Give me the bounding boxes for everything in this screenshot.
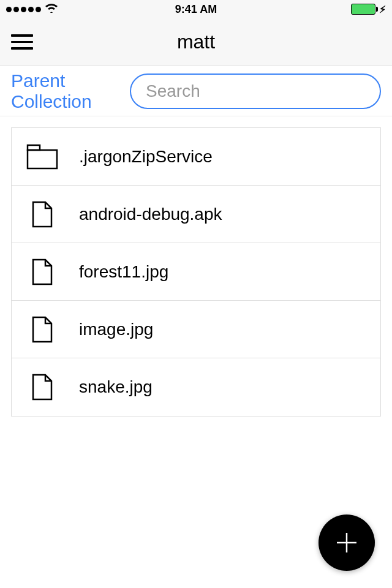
list-item-label: snake.jpg [79, 377, 153, 397]
battery-icon [351, 4, 375, 15]
search-input[interactable] [130, 74, 381, 109]
list-item-label: forest11.jpg [79, 262, 168, 282]
folder-icon [26, 141, 58, 173]
file-icon [26, 314, 58, 345]
status-bar: 9:41 AM ⚡︎ [0, 0, 392, 18]
file-list: .jargonZipServiceandroid-debug.apkforest… [11, 127, 381, 417]
file-icon [26, 256, 58, 288]
wifi-icon [45, 3, 58, 16]
list-item[interactable]: snake.jpg [12, 358, 380, 416]
svg-rect-1 [28, 145, 40, 150]
list-item[interactable]: .jargonZipService [12, 128, 380, 186]
list-item[interactable]: forest11.jpg [12, 243, 380, 301]
action-row: Parent Collection [0, 66, 392, 116]
page-title: matt [11, 31, 381, 53]
file-icon [26, 371, 58, 403]
title-bar: matt [0, 18, 392, 66]
plus-icon [332, 528, 361, 557]
file-icon [26, 198, 58, 230]
add-button[interactable] [318, 514, 375, 571]
parent-collection-link[interactable]: Parent Collection [11, 70, 111, 112]
status-right: ⚡︎ [259, 4, 386, 15]
list-item-label: android-debug.apk [79, 205, 222, 224]
charging-icon: ⚡︎ [379, 4, 386, 15]
list-item-label: image.jpg [79, 320, 153, 339]
list-item[interactable]: android-debug.apk [12, 186, 380, 243]
svg-rect-0 [28, 150, 57, 168]
status-left [6, 3, 133, 16]
list-item[interactable]: image.jpg [12, 301, 380, 358]
status-time: 9:41 AM [133, 3, 260, 16]
list-item-label: .jargonZipService [79, 147, 213, 167]
signal-dots-icon [6, 7, 41, 12]
